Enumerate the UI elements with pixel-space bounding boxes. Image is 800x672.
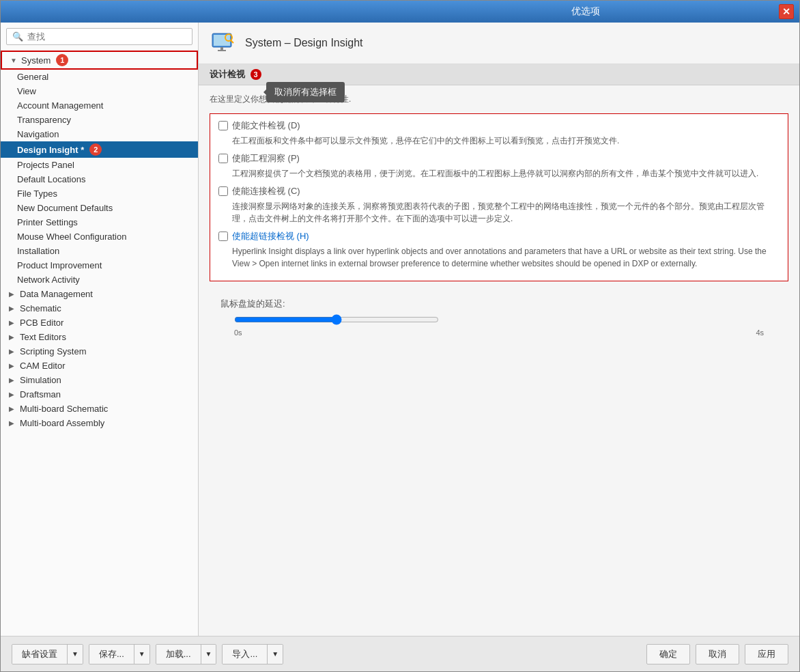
sidebar-item-product-improvement[interactable]: Product Improvement: [1, 258, 198, 272]
svg-rect-3: [218, 50, 226, 51]
sidebar-item-cam-editor[interactable]: ▶ CAM Editor: [1, 359, 198, 373]
sidebar-item-schematic[interactable]: ▶ Schematic: [1, 301, 198, 316]
default-settings-group: 缺省设置 ▼: [12, 644, 83, 664]
search-box[interactable]: 🔍: [6, 28, 192, 45]
tooltip-text: 取消所有选择框: [274, 87, 337, 97]
sidebar-item-default-locations[interactable]: Default Locations: [1, 172, 198, 186]
sidebar-item-pcb-editor[interactable]: ▶ PCB Editor: [1, 316, 198, 330]
delay-slider[interactable]: [234, 314, 439, 325]
sidebar-item-file-types[interactable]: File Types: [1, 186, 198, 201]
save-group: 保存... ▼: [89, 644, 150, 664]
sidebar-item-label: Transparency: [17, 115, 71, 125]
slider-track: 0s 4s: [234, 314, 764, 337]
load-group: 加载... ▼: [156, 644, 217, 664]
checkbox-label-project-insight: 使能工程洞察 (P): [232, 152, 300, 165]
expand-icon: ▶: [9, 333, 17, 341]
sidebar-item-simulation[interactable]: ▶ Simulation: [1, 373, 198, 387]
search-icon: 🔍: [12, 31, 23, 42]
checkbox-file-insight[interactable]: [218, 121, 228, 130]
sidebar-item-network-activity[interactable]: Network Activity: [1, 272, 198, 287]
default-settings-dropdown[interactable]: ▼: [68, 645, 83, 664]
sidebar-item-label: Mouse Wheel Configuration: [17, 232, 126, 242]
panel-title: System – Design Insight: [245, 37, 363, 49]
checkbox-desc-connection-insight: 连接洞察显示网络对象的连接关系，洞察将预览图表符代表的子图，预览整个工程中的网络…: [232, 200, 780, 225]
sidebar-item-view[interactable]: View: [1, 84, 198, 98]
sidebar-item-label: Default Locations: [17, 174, 85, 184]
slider-section: 鼠标盘旋的延迟: 0s 4s: [210, 292, 788, 348]
sidebar-item-new-document-defaults[interactable]: New Document Defaults: [1, 201, 198, 215]
svg-rect-2: [220, 47, 223, 50]
search-input[interactable]: [27, 31, 186, 42]
import-group: 导入... ▼: [222, 644, 283, 664]
sidebar-item-scripting-system[interactable]: ▶ Scripting System: [1, 344, 198, 359]
sidebar-item-label: PCB Editor: [20, 318, 63, 328]
sidebar-item-system[interactable]: ▼ System 1: [1, 51, 198, 70]
panel-header: System – Design Insight 取消所有选择框: [199, 23, 799, 64]
cancel-button[interactable]: 取消: [696, 644, 739, 664]
import-button[interactable]: 导入...: [223, 645, 268, 664]
sidebar-item-label: Multi-board Assembly: [20, 418, 104, 428]
checkbox-hyperlink-insight[interactable]: [218, 232, 228, 241]
sidebar-item-label: Account Management: [17, 100, 103, 111]
window-title: 优选项: [392, 5, 779, 18]
sidebar-item-text-editors[interactable]: ▶ Text Editors: [1, 330, 198, 344]
load-dropdown[interactable]: ▼: [201, 645, 216, 664]
import-dropdown[interactable]: ▼: [268, 645, 283, 664]
sidebar-item-label: Design Insight *: [17, 145, 84, 155]
bottom-bar: 缺省设置 ▼ 保存... ▼ 加载... ▼ 导入... ▼ 确定 取消 应用: [1, 636, 799, 671]
expand-icon: ▶: [9, 305, 17, 312]
section-title: 设计检视: [210, 69, 245, 79]
sidebar-item-general[interactable]: General: [1, 70, 198, 84]
badge-1: 1: [56, 54, 68, 66]
sidebar-item-mouse-wheel[interactable]: Mouse Wheel Configuration: [1, 229, 198, 244]
sidebar-item-label: Navigation: [17, 129, 59, 139]
sidebar-item-printer-settings[interactable]: Printer Settings: [1, 215, 198, 229]
panel-body: 设计检视 3 在这里定义你想要使能的设计查看特性. 使能文件检视 (D): [199, 64, 799, 636]
sidebar-item-design-insight[interactable]: Design Insight * 2: [1, 141, 198, 158]
apply-button[interactable]: 应用: [745, 644, 788, 664]
expand-icon: ▶: [9, 348, 17, 355]
ok-button[interactable]: 确定: [646, 644, 690, 664]
sidebar-item-data-management[interactable]: ▶ Data Management: [1, 287, 198, 301]
default-settings-button[interactable]: 缺省设置: [12, 645, 68, 664]
load-button[interactable]: 加载...: [156, 645, 201, 664]
sidebar-item-navigation[interactable]: Navigation: [1, 127, 198, 141]
sidebar-item-account-management[interactable]: Account Management: [1, 98, 198, 113]
sidebar-item-transparency[interactable]: Transparency: [1, 113, 198, 127]
dialog-window: 优选项 ✕ 🔍 ▼ System 1 General: [0, 0, 800, 672]
sidebar-item-label: Simulation: [20, 375, 61, 385]
expand-icon: ▼: [10, 57, 18, 64]
title-bar: 优选项 ✕: [1, 1, 799, 23]
sidebar-item-installation[interactable]: Installation: [1, 244, 198, 258]
sidebar-item-label: View: [17, 86, 36, 96]
sidebar-item-multi-board-assembly[interactable]: ▶ Multi-board Assembly: [1, 416, 198, 430]
expand-icon: ▶: [9, 376, 17, 384]
sidebar: 🔍 ▼ System 1 General View Account Ma: [1, 23, 199, 636]
checkbox-project-insight[interactable]: [218, 154, 228, 163]
checkbox-connection-insight[interactable]: [218, 186, 228, 196]
checkbox-desc-project-insight: 工程洞察提供了一个文档预览的表格用，便于浏览。在工程面板中的工程图标上悬停就可以…: [232, 167, 780, 180]
sidebar-item-label: Installation: [17, 246, 59, 256]
panel-icon: [210, 31, 237, 55]
checkbox-item-file-insight: 使能文件检视 (D) 在工程面板和文件条中都可以显示文件预览，悬停在它们中的文件…: [218, 120, 780, 147]
sidebar-item-label: Network Activity: [17, 275, 80, 285]
save-dropdown[interactable]: ▼: [134, 645, 149, 664]
slider-min: 0s: [234, 328, 242, 337]
close-button[interactable]: ✕: [779, 4, 794, 19]
sidebar-item-label: Product Improvement: [17, 260, 102, 270]
expand-icon: ▶: [9, 290, 17, 298]
sidebar-item-label: Draftsman: [20, 389, 61, 400]
sidebar-item-draftsman[interactable]: ▶ Draftsman: [1, 387, 198, 402]
sidebar-item-label: File Types: [17, 188, 57, 199]
expand-icon: ▶: [9, 391, 17, 398]
sidebar-item-label: Printer Settings: [17, 217, 78, 227]
save-button[interactable]: 保存...: [89, 645, 134, 664]
sidebar-item-projects-panel[interactable]: Projects Panel: [1, 158, 198, 172]
checkbox-item-connection-insight: 使能连接检视 (C) 连接洞察显示网络对象的连接关系，洞察将预览图表符代表的子图…: [218, 185, 780, 225]
tree-container: ▼ System 1 General View Account Manageme…: [1, 51, 198, 636]
checkbox-group: 使能文件检视 (D) 在工程面板和文件条中都可以显示文件预览，悬停在它们中的文件…: [210, 113, 788, 281]
expand-icon: ▶: [9, 362, 17, 369]
sidebar-item-multi-board-schematic[interactable]: ▶ Multi-board Schematic: [1, 402, 198, 416]
expand-icon: ▶: [9, 319, 17, 326]
expand-icon: ▶: [9, 405, 17, 412]
